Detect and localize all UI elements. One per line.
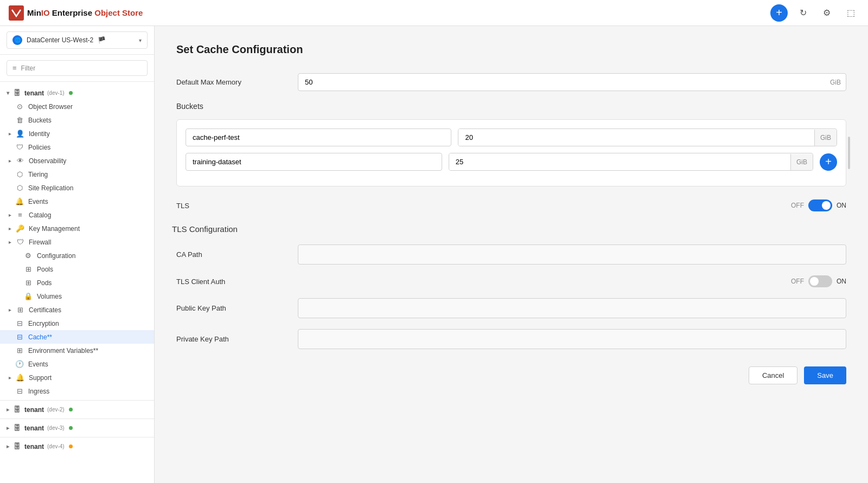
cancel-button[interactable]: Cancel (749, 366, 797, 384)
datacenter-flag: 🏴 (98, 36, 106, 44)
support-icon: 🔔 (16, 373, 24, 382)
sidebar-item-observability[interactable]: ▸ 👁 Observability (0, 154, 154, 168)
datacenter-select[interactable]: 🌐 DataCenter US-West-2 🏴 ▾ (7, 31, 148, 49)
object-browser-icon: ⊙ (15, 102, 24, 111)
tenant-badge-dev3: (dev-3) (47, 425, 65, 431)
bucket-size-input-1[interactable] (449, 153, 790, 170)
sidebar-item-encryption[interactable]: ⊟ Encryption (0, 317, 154, 330)
tenant-dot-dev2 (69, 408, 73, 411)
filter-input[interactable]: ≡ Filter (7, 60, 148, 76)
policies-label: Policies (28, 144, 145, 151)
sidebar-item-events2[interactable]: 🕐 Events (0, 357, 154, 371)
default-max-memory-row: Default Max Memory GiB (176, 73, 846, 91)
ingress-label: Ingress (28, 388, 145, 395)
sidebar-item-key-management[interactable]: ▸ 🔑 Key Management (0, 222, 154, 235)
datacenter-name: DataCenter US-West-2 (27, 36, 93, 44)
site-replication-icon: ⬡ (15, 184, 24, 192)
sidebar-item-policies[interactable]: 🛡 Policies (0, 140, 154, 154)
sidebar-item-firewall[interactable]: ▸ 🛡 Firewall (0, 235, 154, 249)
certificates-expand-icon: ▸ (9, 307, 11, 313)
tiering-label: Tiering (28, 171, 145, 178)
sidebar-item-tiering[interactable]: ⬡ Tiering (0, 168, 154, 181)
sidebar-item-cache[interactable]: ⊟ Cache** (0, 330, 154, 344)
certificates-label: Certificates (29, 306, 145, 314)
certificates-icon: ⊞ (16, 306, 24, 314)
tenant-badge-dev4: (dev-4) (47, 443, 65, 449)
tenant-header-dev3[interactable]: ▸ 🗄 tenant (dev-3) (0, 421, 154, 435)
pods-label: Pods (37, 279, 145, 287)
scrollbar-hint (848, 137, 850, 169)
tenant-icon-dev2: 🗄 (12, 405, 21, 414)
sidebar-item-certificates[interactable]: ▸ ⊞ Certificates (0, 303, 154, 317)
tls-toggle[interactable] (808, 199, 832, 211)
tls-client-auth-on-label: ON (837, 278, 846, 285)
configuration-label: Configuration (37, 252, 145, 260)
sidebar-item-ingress[interactable]: ⊟ Ingress (0, 384, 154, 398)
private-key-path-input[interactable] (298, 329, 846, 349)
tls-client-auth-slider (808, 275, 832, 287)
cache-icon: ⊟ (15, 333, 24, 341)
pools-label: Pools (37, 266, 145, 273)
bucket-name-input-0[interactable] (186, 128, 451, 146)
configuration-icon: ⚙ (24, 252, 33, 260)
ca-path-label: CA Path (176, 250, 285, 259)
tenant-header-dev2[interactable]: ▸ 🗄 tenant (dev-2) (0, 403, 154, 416)
bucket-name-input-1[interactable] (186, 153, 442, 171)
ca-path-input[interactable] (298, 244, 846, 265)
tls-config-section: TLS Configuration CA Path TLS Client Aut… (176, 224, 846, 349)
sidebar-item-buckets[interactable]: 🗑 Buckets (0, 113, 154, 127)
cache-label: Cache** (28, 333, 145, 341)
sidebar-item-volumes[interactable]: 🔒 Volumes (0, 289, 154, 303)
tls-toggle-wrap: OFF ON (791, 199, 846, 211)
public-key-path-label: Public Key Path (176, 304, 285, 312)
sidebar-item-object-browser[interactable]: ⊙ Object Browser (0, 100, 154, 113)
sidebar-item-pods[interactable]: ⊞ Pods (0, 276, 154, 289)
catalog-icon: ≡ (16, 211, 24, 219)
logout-button[interactable]: ⬚ (842, 4, 859, 22)
sidebar-item-site-replication[interactable]: ⬡ Site Replication (0, 181, 154, 195)
tls-client-auth-toggle-wrap: OFF ON (791, 275, 846, 287)
ingress-icon: ⊟ (15, 387, 24, 395)
tenant-group-dev3: ▸ 🗄 tenant (dev-3) (0, 421, 154, 435)
sidebar-item-support[interactable]: ▸ 🔔 Support (0, 371, 154, 384)
policies-icon: 🛡 (15, 143, 24, 151)
add-button[interactable]: + (770, 4, 788, 22)
settings-button[interactable]: ⚙ (818, 4, 835, 22)
bucket-size-input-0[interactable] (458, 129, 814, 146)
refresh-button[interactable]: ↻ (794, 4, 812, 22)
tls-on-label: ON (837, 202, 846, 209)
encryption-icon: ⊟ (15, 319, 24, 327)
expand-icon-dev2: ▸ (7, 407, 9, 413)
sidebar-item-catalog[interactable]: ▸ ≡ Catalog (0, 208, 154, 222)
public-key-path-input[interactable] (298, 298, 846, 318)
save-button[interactable]: Save (804, 366, 846, 384)
sidebar-header: 🌐 DataCenter US-West-2 🏴 ▾ (0, 26, 154, 55)
sidebar-item-pools[interactable]: ⊞ Pools (0, 262, 154, 276)
main-layout: 🌐 DataCenter US-West-2 🏴 ▾ ≡ Filter ▾ 🗄 … (0, 26, 868, 483)
tenant-header-dev1[interactable]: ▾ 🗄 tenant (dev-1) (0, 86, 154, 100)
add-bucket-button[interactable]: + (820, 153, 837, 171)
volumes-label: Volumes (37, 293, 145, 300)
identity-label: Identity (29, 130, 145, 138)
buckets-icon: 🗑 (15, 116, 24, 124)
sidebar-item-environment-variables[interactable]: ⊞ Environment Variables** (0, 344, 154, 357)
tls-client-auth-row: TLS Client Auth OFF ON (176, 275, 846, 287)
divider-2 (0, 418, 154, 419)
default-max-memory-input[interactable] (298, 73, 846, 91)
private-key-path-label: Private Key Path (176, 335, 285, 343)
sidebar-item-identity[interactable]: ▸ 👤 Identity (0, 127, 154, 140)
sidebar-item-events[interactable]: 🔔 Events (0, 195, 154, 208)
sidebar-item-configuration[interactable]: ⚙ Configuration (0, 249, 154, 262)
tls-client-auth-toggle[interactable] (808, 275, 832, 287)
bucket-size-wrap-0: GiB (458, 128, 837, 146)
support-expand-icon: ▸ (9, 375, 11, 381)
bucket-unit-1: GiB (790, 154, 813, 170)
tls-client-auth-off-label: OFF (791, 278, 804, 285)
tenant-group-dev1: ▾ 🗄 tenant (dev-1) ⊙ Object Browser 🗑 Bu… (0, 86, 154, 398)
tls-off-label: OFF (791, 202, 804, 209)
bucket-unit-0: GiB (814, 130, 837, 146)
key-management-expand-icon: ▸ (9, 226, 11, 231)
key-management-label: Key Management (29, 225, 145, 233)
tenant-header-dev4[interactable]: ▸ 🗄 tenant (dev-4) (0, 440, 154, 453)
tls-slider (808, 199, 832, 211)
